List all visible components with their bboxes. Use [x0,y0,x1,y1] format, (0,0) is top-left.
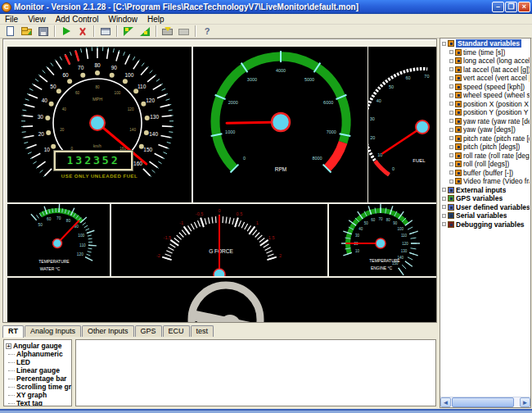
window-title: Monitor - Version 2.1.28 - [C:\Program F… [14,2,489,11]
menu-item-window[interactable]: Window [103,15,142,24]
window-layout-icon[interactable] [98,25,113,38]
toolbar-separator [93,25,95,37]
tree-row-position[interactable]: position Y (position Y [m]) [441,108,530,117]
expander-icon[interactable] [449,67,453,71]
tree-row-serial[interactable]: Serial variables [441,211,530,220]
tree-row-roll[interactable]: roll rate (roll rate [deg/s]) [441,152,530,161]
run-monitor-icon[interactable] [59,25,74,38]
expander-icon[interactable] [449,170,453,175]
tab-test[interactable]: test [191,325,214,337]
tree-row-standard[interactable]: Standard variables [441,39,530,48]
blank-icon[interactable] [177,25,192,38]
help-icon[interactable]: ? [200,25,214,38]
expander-icon[interactable] [449,162,453,166]
svg-text:80: 80 [386,218,391,222]
expander-icon[interactable] [449,93,453,98]
control-item-scrolling-time-graph[interactable]: Scrolling time graph [6,383,71,391]
tree-row-user[interactable]: User defined variables [441,203,530,212]
scroll-left-icon[interactable]: ◄ [440,397,451,407]
save-file-icon[interactable] [36,25,51,38]
expander-icon[interactable] [442,214,446,218]
tree-row-time[interactable]: time (time [s]) [441,48,530,57]
close-button[interactable]: × [518,2,530,12]
send-data-icon[interactable] [138,25,152,38]
svg-text:80: 80 [94,62,101,68]
svg-text:30: 30 [38,114,44,120]
expander-icon[interactable] [442,222,446,226]
menu-item-view[interactable]: View [23,15,51,24]
odometer-display: 132352 [54,151,133,170]
svg-text:FUEL: FUEL [413,158,426,163]
svg-text:150: 150 [143,147,152,152]
load-config-icon[interactable] [160,25,175,38]
tree-row-speed[interactable]: speed (speed [kph]) [441,83,530,92]
variable-icon [455,152,462,159]
expander-icon[interactable] [449,111,453,115]
expander-icon[interactable] [449,84,453,88]
tab-other-inputs[interactable]: Other Inputs [82,325,134,337]
expander-icon[interactable] [442,205,446,209]
expander-icon[interactable] [442,188,446,192]
control-item-percentage-bar[interactable]: Percentage bar [6,374,71,383]
svg-text:8000: 8000 [312,156,322,161]
expander-icon[interactable] [449,50,453,54]
expander-icon[interactable] [442,197,446,201]
expander-icon[interactable] [449,179,453,184]
control-item-xy-graph[interactable]: XY graph [6,391,71,399]
tree-row-pitch[interactable]: pitch (pitch [degs]) [441,143,530,152]
svg-text:90: 90 [111,65,118,70]
menu-item-help[interactable]: Help [142,15,169,24]
expander-icon[interactable] [449,76,453,80]
minimize-button[interactable]: – [492,2,504,12]
svg-text:130: 130 [401,249,408,253]
maximize-button[interactable]: ❐ [505,2,517,12]
receive-data-icon[interactable] [121,25,136,38]
control-item-text-tag[interactable]: Text tag [6,399,71,406]
svg-text:10: 10 [44,147,51,152]
control-item-angular-gauge[interactable]: +Angular gauge [6,342,71,350]
open-file-icon[interactable] [20,25,34,38]
menu-bar: FileViewAdd ControlWindowHelp [0,14,532,25]
expander-icon[interactable] [449,145,453,149]
tree-row-yaw[interactable]: yaw (yaw [degs]) [441,125,530,134]
scroll-right-icon[interactable]: ► [520,397,530,407]
new-file-icon[interactable] [3,25,18,38]
tree-row-wheel[interactable]: wheel speed (wheel speed [kph]) [441,91,530,100]
expander-icon[interactable] [449,119,453,123]
svg-text:0: 0 [218,208,220,213]
tab-ecu[interactable]: ECU [163,325,190,337]
app-window: C Monitor - Version 2.1.28 - [C:\Program… [0,0,532,413]
tree-row-roll[interactable]: roll (roll [degs]) [441,160,530,169]
expander-icon[interactable] [449,102,453,106]
tab-gps[interactable]: GPS [135,325,162,337]
tree-row-yaw[interactable]: yaw rate (yaw rate [deg/s]) [441,117,530,126]
expander-icon[interactable] [449,136,453,140]
tree-row-position[interactable]: position X (position X [m]) [441,100,530,109]
edit-cut-icon[interactable] [75,25,90,38]
expand-icon[interactable]: + [6,343,11,349]
expander-icon[interactable] [449,128,453,132]
tab-rt[interactable]: RT [2,325,24,338]
tree-row-video[interactable]: Video frame (Video frame [-]) [441,177,530,186]
scrollbar-thumb[interactable] [452,397,514,407]
tree-row-long[interactable]: long accel (long accel [g]) [441,57,530,66]
control-item-alphanumeric[interactable]: Alphanumeric [6,350,71,358]
tree-row-buffer[interactable]: buffer (buffer [-]) [441,169,530,178]
control-item-linear-gauge[interactable]: Linear gauge [6,366,71,374]
control-item-led[interactable]: LED [6,358,71,366]
expander-icon[interactable] [449,153,453,157]
horizontal-scrollbar[interactable]: ◄ ► [440,397,530,407]
menu-item-add-control[interactable]: Add Control [51,15,104,24]
tree-row-external[interactable]: External inputs [441,186,530,195]
tree-row-pitch[interactable]: pitch rate (pitch rate [deg/s]) [441,134,530,143]
tree-row-gps[interactable]: GPS variables [441,194,530,203]
tree-branch-line [8,354,15,355]
tab-analog-inputs[interactable]: Analog Inputs [25,325,81,337]
expander-icon[interactable] [442,42,446,46]
tree-row-lat[interactable]: lat accel (lat accel [g]) [441,66,530,75]
tree-row-vert[interactable]: vert accel (vert accel [g]) [441,74,530,83]
tree-row-debugging[interactable]: Debugging variables [441,220,530,229]
expander-icon[interactable] [449,59,453,63]
menu-item-file[interactable]: File [0,15,23,24]
svg-text:-1.5: -1.5 [164,235,171,240]
